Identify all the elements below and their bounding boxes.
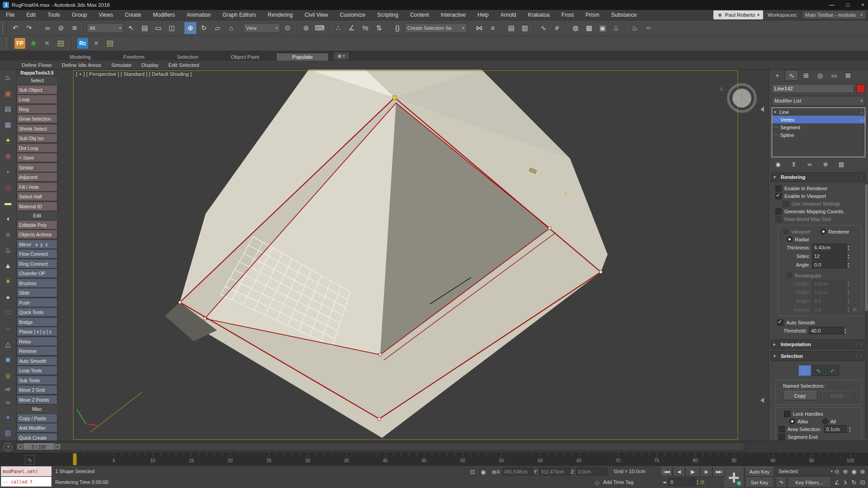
- menu-content[interactable]: Content: [404, 10, 435, 20]
- forest-tools-icon[interactable]: ×: [42, 38, 52, 49]
- stack-item-segment[interactable]: ┈┈Segment: [772, 123, 865, 131]
- rendering-rollout-header[interactable]: ▾ Rendering ⋮⋮: [771, 172, 866, 182]
- cameras-icon[interactable]: ◎: [5, 184, 11, 191]
- spinner-thickness[interactable]: ▴▾: [848, 244, 849, 251]
- panel-scrollbar-thumb[interactable]: [865, 184, 868, 311]
- perspective-viewport[interactable]: ⌂ [ + ] [ Perspective ] [ Standard ] [ D…: [72, 70, 769, 441]
- field-thickness[interactable]: 6.43cm: [812, 244, 847, 251]
- motion-tab[interactable]: ◎: [814, 70, 826, 80]
- select-and-move-icon[interactable]: ⊕: [184, 22, 197, 34]
- previous-frame-button[interactable]: ◀|: [673, 467, 685, 477]
- spinner-up-icon[interactable]: ▴: [848, 262, 849, 265]
- auto-key-button[interactable]: Auto Key: [745, 467, 774, 477]
- time-slider-track[interactable]: ◂ 0 / 100 ▸: [15, 442, 744, 451]
- ring-icon[interactable]: ○: [6, 231, 10, 238]
- hf-brush-icon[interactable]: HF: [5, 388, 11, 392]
- camera-icon[interactable]: ◉: [5, 152, 11, 159]
- zoom-extents-selected-button[interactable]: ◉: [850, 467, 858, 476]
- named-selection-sets-dropdown[interactable]: Create Selection Se▾: [405, 23, 467, 33]
- selection-set-dropdown[interactable]: Selected ▾: [776, 467, 835, 476]
- rappa-button-add-modifier[interactable]: Add Modifier: [17, 423, 57, 432]
- select-and-rotate-icon[interactable]: ↻: [198, 22, 210, 34]
- schematic-view-icon[interactable]: #: [551, 22, 563, 34]
- select-and-place-icon[interactable]: ⌂: [225, 22, 237, 34]
- next-frame-arrow[interactable]: ▸: [54, 443, 61, 450]
- note-icon[interactable]: ▬: [5, 199, 11, 206]
- create-tab[interactable]: +: [771, 70, 783, 80]
- grass-icon[interactable]: ψ: [5, 372, 10, 379]
- orbit-button[interactable]: ↻: [850, 478, 858, 487]
- rappa-button-flow-connect[interactable]: Flow Connect: [17, 249, 57, 258]
- spinner-threshold[interactable]: ▴▾: [844, 328, 846, 334]
- field-aspect[interactable]: 3.0: [812, 305, 847, 313]
- document-icon[interactable]: ▥: [5, 429, 11, 436]
- rappa-button-loop[interactable]: Loop: [17, 95, 57, 104]
- vertex-subobject-button[interactable]: ∴: [798, 365, 811, 376]
- remove-modifier-icon[interactable]: ⊗: [820, 160, 831, 169]
- zoom-button[interactable]: ⊙: [833, 467, 841, 476]
- object-name-field[interactable]: Line142: [772, 84, 854, 93]
- rappa-button-remove[interactable]: Remove: [17, 347, 57, 356]
- spinner-down-icon[interactable]: ▾: [848, 265, 849, 268]
- rappa-button-chamfer-op[interactable]: Chamfer OP: [17, 269, 57, 278]
- ribbon-tool-edit-selected[interactable]: Edit Selected: [165, 62, 203, 68]
- workspace-dropdown[interactable]: Main Toolbar - modular ▾: [802, 10, 866, 19]
- spinner-length[interactable]: ▴▾: [848, 281, 849, 287]
- time-slider-handle[interactable]: ◂ 0 / 100 ▸: [17, 443, 61, 450]
- rappa-button-material-id[interactable]: Material ID: [17, 202, 57, 211]
- helmet-icon[interactable]: ◗: [6, 168, 10, 175]
- field-width[interactable]: 2.0cm: [812, 288, 847, 296]
- segment-end-checkbox[interactable]: [778, 434, 785, 440]
- menu-scripting[interactable]: Scripting: [371, 10, 404, 20]
- panel-scrollbar[interactable]: [865, 183, 868, 438]
- render-in-cloud-icon[interactable]: ♨: [628, 22, 641, 34]
- field-threshold[interactable]: 40.0: [809, 327, 844, 334]
- a360-gallery-icon[interactable]: ▫▫: [642, 22, 655, 34]
- display-tab[interactable]: ▭: [828, 70, 840, 80]
- railclone-icon[interactable]: Rc: [77, 38, 88, 49]
- field-angle[interactable]: 0.0: [812, 261, 847, 268]
- track-bar-ruler[interactable]: 5101520253035404550556065707580859095100: [0, 453, 868, 466]
- render-production-icon[interactable]: ♨: [610, 22, 623, 34]
- menu-create[interactable]: Create: [119, 10, 147, 20]
- align-icon[interactable]: ≡: [486, 22, 499, 34]
- toolbar-grip[interactable]: [2, 22, 7, 34]
- tab-modeling[interactable]: Modeling: [54, 53, 106, 61]
- rock-icon[interactable]: ✱: [5, 357, 11, 363]
- spinner-up-icon[interactable]: ▴: [848, 289, 849, 292]
- spinner-up-icon[interactable]: ▴: [848, 253, 849, 256]
- checkbox-enable-in-viewport[interactable]: [775, 193, 782, 199]
- rappa-button-auto-smooth[interactable]: Auto Smooth: [17, 357, 57, 366]
- ribbon-tool-simulate[interactable]: Simulate: [108, 62, 135, 68]
- alike-radio[interactable]: [789, 418, 795, 424]
- go-to-end-button[interactable]: ▶▶|: [712, 467, 725, 477]
- forest-lister-icon[interactable]: ▤: [55, 38, 66, 49]
- spinner-angle[interactable]: ▴▾: [848, 262, 849, 268]
- checkbox-enable-in-renderer[interactable]: [775, 185, 782, 192]
- rappa-button-push[interactable]: Push: [17, 298, 57, 307]
- rappa-button-slide[interactable]: Slide: [17, 288, 57, 297]
- use-pivot-point-center-icon[interactable]: ⊙: [281, 22, 294, 34]
- menu-group[interactable]: Group: [66, 10, 93, 20]
- utilities-tab[interactable]: ⊠: [842, 70, 854, 80]
- toggle-scene-explorer-icon[interactable]: ▤: [505, 22, 518, 34]
- menu-file[interactable]: File: [0, 10, 20, 20]
- radio-radial[interactable]: [787, 236, 793, 242]
- area-selection-checkbox[interactable]: [778, 426, 785, 432]
- all-radio[interactable]: [822, 418, 828, 424]
- rappa-button-save[interactable]: + Save: [17, 153, 57, 162]
- menu-animation[interactable]: Animation: [181, 10, 217, 20]
- selection-lock-toggle-icon[interactable]: ◉: [479, 468, 487, 476]
- area-selection-field[interactable]: 0.1cm: [824, 425, 847, 433]
- rappa-button-planar-x-y-z[interactable]: Planar | x | y | z: [17, 327, 57, 336]
- walk-through-button[interactable]: λ: [841, 478, 849, 487]
- rappa-button-sub-obj-iso[interactable]: Sub Obj Iso: [17, 134, 57, 143]
- radio-renderer[interactable]: [821, 229, 826, 235]
- minimize-button[interactable]: —: [829, 2, 835, 8]
- segment-subobject-button[interactable]: ∿: [812, 365, 825, 376]
- forest-trees-icon[interactable]: ♣: [28, 38, 39, 49]
- menu-interactive[interactable]: Interactive: [435, 10, 472, 20]
- current-frame-marker[interactable]: [73, 453, 77, 465]
- rappa-button-adjacent[interactable]: Adjacent: [17, 173, 57, 182]
- ribbon-tool-display[interactable]: Display: [138, 62, 162, 68]
